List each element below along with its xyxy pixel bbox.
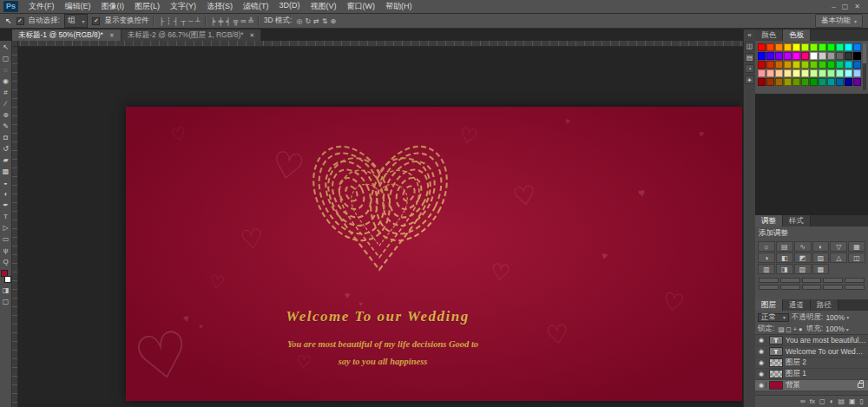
visibility-eye-icon[interactable]: ◉	[757, 371, 766, 377]
window-control-button[interactable]: –	[832, 3, 835, 10]
menu-item[interactable]: 视图(V)	[306, 0, 342, 14]
invert-icon[interactable]: ◫	[848, 253, 865, 263]
color-swatch[interactable]	[792, 52, 800, 60]
adjustment-preset[interactable]	[845, 285, 865, 290]
pen-tool[interactable]: ✒	[0, 200, 12, 211]
color-swatch[interactable]	[827, 43, 835, 51]
mode-3d-icon[interactable]: ◎	[296, 17, 302, 25]
menu-item[interactable]: 滤镜(T)	[238, 0, 274, 14]
color-swatch[interactable]	[784, 61, 792, 69]
visibility-eye-icon[interactable]: ◉	[757, 359, 766, 366]
panel-tab[interactable]: 颜色	[755, 30, 783, 41]
color-swatch[interactable]	[810, 52, 818, 60]
color-swatch[interactable]	[784, 78, 792, 86]
adjustment-preset[interactable]	[802, 285, 822, 290]
panel-tab[interactable]: 样式	[783, 215, 811, 226]
layer-group-icon[interactable]: ▤	[838, 397, 845, 405]
color-swatch[interactable]	[784, 52, 792, 60]
color-swatch[interactable]	[801, 52, 809, 60]
workspace-switcher[interactable]: 基本功能▾	[815, 14, 863, 28]
color-swatch[interactable]	[758, 69, 766, 77]
distribute-icon[interactable]: ╞	[211, 17, 216, 25]
dock-panel-icon[interactable]: ◫	[745, 42, 754, 50]
black-white-icon[interactable]: ◧	[776, 253, 793, 263]
panel-tab[interactable]: 通道	[783, 299, 811, 311]
eyedropper-tool[interactable]: ∕	[0, 98, 12, 109]
vertical-ruler[interactable]	[12, 47, 18, 407]
panel-tab[interactable]: 色板	[783, 30, 811, 41]
menu-item[interactable]: 帮助(H)	[380, 0, 418, 14]
quick-selection-tool[interactable]: ◉	[0, 75, 12, 87]
color-swatch[interactable]	[775, 69, 783, 77]
align-icon[interactable]: ┬	[181, 17, 187, 25]
color-swatch[interactable]	[853, 78, 861, 86]
brightness-contrast-icon[interactable]: ☼	[758, 241, 775, 252]
panel-tab[interactable]: 图层	[755, 299, 783, 311]
new-layer-icon[interactable]: ▣	[849, 397, 856, 405]
dock-panel-icon[interactable]: ▤	[745, 53, 754, 62]
link-layers-icon[interactable]: ∞	[800, 397, 806, 405]
auto-select-checkbox[interactable]: ✓	[16, 17, 24, 25]
layer-row-layer1[interactable]: ◉ 图层 1	[755, 369, 868, 380]
history-brush-tool[interactable]: ↺	[0, 143, 12, 154]
expand-panels-icon[interactable]: «	[747, 31, 751, 39]
color-swatch[interactable]	[792, 69, 800, 77]
mode-3d-icon[interactable]: ⇄	[313, 17, 319, 25]
dock-panel-icon[interactable]: ✦	[745, 75, 754, 84]
lock-option-icon[interactable]: ●	[798, 325, 804, 333]
color-balance-icon[interactable]: ◑	[758, 253, 775, 263]
color-swatch[interactable]	[845, 52, 852, 60]
color-swatch[interactable]	[845, 69, 852, 77]
delete-layer-icon[interactable]: ▯	[860, 397, 864, 405]
panel-tab[interactable]: 调整	[755, 215, 783, 226]
auto-select-dropdown[interactable]: 组▾	[64, 14, 89, 28]
visibility-eye-icon[interactable]: ◉	[757, 348, 766, 355]
color-swatch[interactable]	[766, 61, 774, 69]
adjustment-layer-icon[interactable]: ◐	[830, 397, 834, 405]
window-control-button[interactable]: ✕	[854, 3, 860, 10]
mode-3d-icon[interactable]: ↻	[305, 17, 311, 25]
adjustment-preset[interactable]	[802, 278, 822, 283]
distribute-icon[interactable]: ╩	[248, 17, 253, 25]
color-swatch[interactable]	[766, 78, 774, 86]
levels-icon[interactable]: ▤	[776, 241, 793, 252]
color-swatch[interactable]	[775, 78, 783, 86]
dock-panel-icon[interactable]: ◔	[745, 64, 754, 73]
adjustment-preset[interactable]	[845, 278, 865, 283]
color-swatch[interactable]	[827, 69, 835, 77]
menu-item[interactable]: 选择(S)	[201, 0, 238, 14]
dodge-tool[interactable]: ◖	[0, 188, 12, 200]
color-swatch[interactable]	[766, 43, 774, 51]
horizontal-ruler[interactable]	[12, 41, 743, 47]
type-tool[interactable]: T	[0, 211, 12, 222]
show-transform-checkbox[interactable]: ✓	[92, 17, 100, 25]
blend-mode-select[interactable]: 正常▾	[758, 313, 789, 322]
color-lookup-icon[interactable]: △	[830, 253, 847, 263]
clone-stamp-tool[interactable]: ◘	[0, 132, 12, 143]
adjustment-preset[interactable]	[780, 278, 800, 283]
vibrance-icon[interactable]: ▽	[830, 241, 847, 252]
mode-3d-icon[interactable]: ⇅	[322, 17, 328, 25]
selective-color-icon[interactable]: ▩	[812, 264, 830, 274]
brush-tool[interactable]: ✎	[0, 121, 12, 132]
layer-row-layer2[interactable]: ◉ 图层 2	[755, 358, 868, 369]
color-swatch[interactable]	[827, 61, 835, 69]
color-swatch[interactable]	[827, 52, 835, 60]
hue-saturation-icon[interactable]: ▦	[848, 241, 865, 252]
eraser-tool[interactable]: ▰	[0, 154, 12, 166]
color-swatch[interactable]	[836, 43, 844, 51]
panel-tab[interactable]: 路径	[811, 299, 838, 311]
color-swatch[interactable]	[810, 78, 818, 86]
color-swatch[interactable]	[853, 61, 861, 69]
color-swatch[interactable]	[810, 61, 818, 69]
color-swatch[interactable]	[836, 52, 844, 60]
layer-row-background[interactable]: ◉ 背景	[755, 380, 868, 391]
color-swatch[interactable]	[853, 43, 861, 51]
align-icon[interactable]: ┆	[167, 17, 171, 25]
distribute-icon[interactable]: ═	[240, 17, 246, 25]
menu-item[interactable]: 文字(Y)	[165, 0, 201, 14]
menu-item[interactable]: 编辑(E)	[60, 0, 96, 14]
color-swatch[interactable]	[810, 69, 818, 77]
menu-item[interactable]: 图像(I)	[96, 0, 130, 14]
swatches-scrollbar[interactable]	[863, 43, 866, 90]
